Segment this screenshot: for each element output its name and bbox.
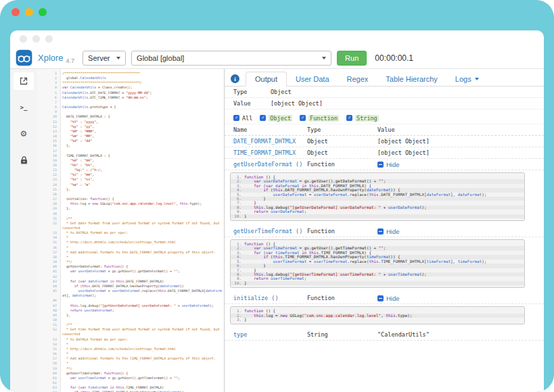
editor-line[interactable]: 15 "%d" : "dd"	[37, 139, 224, 143]
info-icon[interactable]: i	[231, 74, 239, 83]
editor-line[interactable]: 4var CalendarUtils = Class.create();	[37, 85, 224, 90]
editor-line[interactable]: 21 "%g:" : /^h:/,	[37, 168, 224, 172]
editor-line[interactable]: 20 "%h" : "hh",	[37, 163, 224, 168]
editor-line[interactable]: 7	[37, 100, 224, 105]
filter-object[interactable]: Object	[260, 115, 292, 122]
editor-line[interactable]: 36 *	[37, 245, 224, 250]
editor-line[interactable]: 1/**************************************	[37, 71, 224, 76]
editor-line[interactable]: 26	[37, 192, 224, 197]
editor-line[interactable]: 40 getUserDateFormat: function() {	[37, 264, 224, 269]
tab-logs[interactable]: Logs	[446, 72, 488, 86]
editor-line[interactable]: 48 return userDateFormat;	[37, 308, 224, 313]
editor-line[interactable]: 63 for (var timeFormat in this.TIME_FORM…	[37, 385, 224, 390]
editor-line[interactable]: 9	[37, 109, 224, 114]
scope-select[interactable]: Global [global]	[131, 51, 331, 66]
editor-line[interactable]: 61 var userTimeFormat = gs.getUser().get…	[37, 376, 224, 381]
checkbox-checked-icon[interactable]	[233, 115, 239, 121]
editor-line[interactable]: 8CalendarUtils.prototype = {	[37, 105, 224, 109]
editor-line[interactable]: 30	[37, 212, 224, 216]
editor-line[interactable]: 55 * http://docs.dhtmlx.com/scheduler/se…	[37, 347, 224, 351]
editor-line[interactable]: 52 * Get time format from user defined f…	[37, 327, 224, 337]
editor-line[interactable]: 17	[37, 149, 224, 153]
editor-line[interactable]: 41 var userDateFormat = gs.getUser().get…	[37, 269, 224, 274]
zoom-window-button[interactable]	[39, 8, 47, 16]
lock-button[interactable]	[14, 151, 34, 169]
editor-line[interactable]: 28 this.log = new GSLog("com.snc.app.cal…	[37, 201, 224, 206]
editor-line[interactable]: 45 userDateFormat = userDateFormat.repla…	[37, 289, 224, 298]
run-button[interactable]: Run	[337, 51, 367, 66]
editor-line[interactable]: 27 initialize: function() {	[37, 197, 224, 201]
filter-all[interactable]: All	[233, 115, 252, 122]
editor-line[interactable]: 42	[37, 274, 224, 279]
open-in-new-window-button[interactable]	[14, 72, 34, 90]
code-editor[interactable]: 1/**************************************…	[37, 69, 225, 392]
minimize-window-button[interactable]	[25, 8, 33, 16]
editor-line[interactable]: 57 * Add additional formats to the TIME_…	[37, 356, 224, 361]
filter-function[interactable]: Function	[300, 115, 339, 122]
filter-string[interactable]: String	[346, 115, 379, 122]
editor-line[interactable]: 49 },	[37, 313, 224, 318]
hide-toggle[interactable]: Hide	[377, 228, 544, 235]
tab-user-data[interactable]: User Data	[287, 72, 338, 86]
checkbox-checked-icon[interactable]	[346, 115, 352, 121]
result-name-link[interactable]: initialize ()	[233, 295, 307, 301]
editor-line[interactable]: 53 * to DHTMLX format as per spec:	[37, 337, 224, 342]
editor-line[interactable]: 18 TIME_FORMAT_DHTMLX : {	[37, 153, 224, 158]
editor-line[interactable]: 25 },	[37, 187, 224, 192]
line-number: 34	[37, 235, 60, 240]
editor-line[interactable]: 31 /**	[37, 216, 224, 221]
editor-line[interactable]: 11 "%Y" : "yyyy",	[37, 120, 224, 124]
line-number: 54	[37, 342, 60, 347]
editor-line[interactable]: 22 "%i" : "mm",	[37, 172, 224, 177]
editor-line[interactable]: 56 *	[37, 351, 224, 356]
editor-line[interactable]: 59 **/	[37, 366, 224, 371]
editor-line[interactable]: 62	[37, 381, 224, 385]
editor-line-text: this.log.debug("[getUserDateFormat] user…	[60, 303, 224, 308]
tab-table-hierarchy[interactable]: Table Hierarchy	[377, 72, 446, 86]
checkbox-checked-icon[interactable]	[300, 115, 306, 121]
server-select[interactable]: Server	[83, 51, 126, 66]
editor-line[interactable]: 23 "%s" : "ss",	[37, 177, 224, 182]
editor-line[interactable]: 24 "%a" : "a"	[37, 182, 224, 187]
editor-line[interactable]: 12 "%y" : "yy",	[37, 124, 224, 129]
editor-line[interactable]: 47 this.log.debug("[getUserDateFormat] u…	[37, 303, 224, 308]
editor-line[interactable]: 34 *	[37, 235, 224, 240]
editor-line[interactable]: 44 if (this.DATE_FORMAT_DHTMLX.hasOwnPro…	[37, 284, 224, 289]
tab-regex[interactable]: Regex	[338, 72, 377, 86]
tab-output[interactable]: Output	[246, 72, 287, 87]
editor-line[interactable]: 29 },	[37, 206, 224, 211]
editor-line[interactable]: 43 for (var dateFormat in this.DATE_FORM…	[37, 279, 224, 284]
editor-line[interactable]: 51 /**	[37, 322, 224, 327]
editor-line[interactable]: 13 "%M" : "MMM",	[37, 129, 224, 134]
result-name-link[interactable]: type	[233, 331, 307, 338]
editor-line[interactable]: 5CalendarUtils.UTC_DATE_FORMAT = "yyyy-M…	[37, 91, 224, 95]
editor-line[interactable]: 2 global.CalendarUtils	[37, 76, 224, 80]
editor-line[interactable]: 38 *	[37, 255, 224, 260]
editor-line[interactable]: 50	[37, 318, 224, 322]
result-name-link[interactable]: DATE_FORMAT_DHTMLX	[233, 138, 307, 145]
settings-button[interactable]: ⚙	[14, 125, 34, 143]
editor-line[interactable]: 32 * Get date format from user defined f…	[37, 221, 224, 230]
checkbox-checked-icon[interactable]	[260, 115, 266, 121]
editor-line[interactable]: 3***************************************…	[37, 80, 224, 85]
editor-line[interactable]: 35 * http://docs.dhtmlx.com/scheduler/se…	[37, 240, 224, 245]
editor-line[interactable]: 39 **/	[37, 260, 224, 264]
editor-line[interactable]: 60 getUserTimeFormat: function() {	[37, 371, 224, 376]
editor-line[interactable]: 54 *	[37, 342, 224, 347]
editor-line[interactable]: 19 "%H" : "HH",	[37, 158, 224, 163]
editor-line[interactable]: 14 "%m" : "MM",	[37, 134, 224, 139]
editor-line[interactable]: 37 * Add additional formats to the DATE_…	[37, 250, 224, 255]
result-name-link[interactable]: TIME_FORMAT_DHTMLX	[233, 149, 307, 156]
editor-line[interactable]: 16 },	[37, 143, 224, 148]
editor-line[interactable]: 46	[37, 298, 224, 303]
close-window-button[interactable]	[11, 8, 20, 16]
hide-toggle[interactable]: Hide	[377, 295, 544, 302]
editor-line[interactable]: 58 *	[37, 361, 224, 366]
terminal-button[interactable]: >_	[14, 99, 34, 116]
editor-line[interactable]: 33 * to DHTMLX format as per spec:	[37, 230, 224, 235]
result-name-link[interactable]: getUserTimeFormat ()	[233, 228, 307, 235]
editor-line[interactable]: 6CalendarUtils.UTC_TIME_FORMAT = "HH:mm:…	[37, 95, 224, 100]
result-name-link[interactable]: getUserDateFormat ()	[233, 161, 307, 168]
hide-toggle[interactable]: Hide	[377, 161, 544, 168]
editor-line[interactable]: 10 DATE_FORMAT_DHTMLX : {	[37, 114, 224, 119]
